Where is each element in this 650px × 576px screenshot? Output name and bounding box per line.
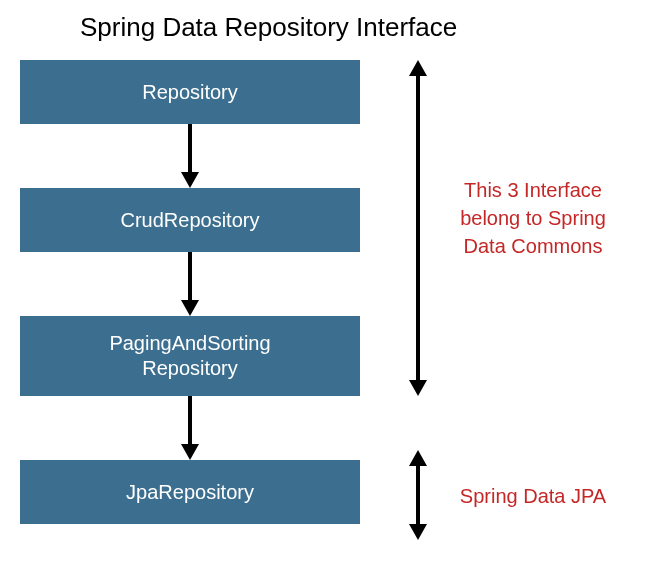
diagram-title: Spring Data Repository Interface: [80, 12, 457, 43]
box-repository: Repository: [20, 60, 360, 124]
annotation-commons: This 3 Interface belong to Spring Data C…: [438, 176, 628, 260]
box-jpa-repository: JpaRepository: [20, 460, 360, 524]
label-line: Repository: [142, 357, 238, 379]
label-line: PagingAndSorting: [109, 332, 270, 354]
arrow-shaft-icon: [188, 396, 192, 444]
box-repository-label: Repository: [142, 80, 238, 105]
annotation-jpa: Spring Data JPA: [438, 482, 628, 510]
arrow-head-down-icon: [409, 524, 427, 540]
annotation-line: belong to Spring: [460, 207, 606, 229]
arrow-head-down-icon: [409, 380, 427, 396]
arrow-head-icon: [181, 300, 199, 316]
diagram-area: Repository CrudRepository PagingAndSorti…: [20, 60, 630, 570]
arrow-shaft-icon: [416, 74, 420, 382]
arrow-shaft-icon: [416, 464, 420, 526]
arrow-shaft-icon: [188, 124, 192, 172]
arrow-head-icon: [181, 444, 199, 460]
annotation-line: This 3 Interface: [464, 179, 602, 201]
arrow-shaft-icon: [188, 252, 192, 300]
arrow-head-icon: [181, 172, 199, 188]
box-jpa-repository-label: JpaRepository: [126, 480, 254, 505]
annotation-line: Data Commons: [464, 235, 603, 257]
box-crud-repository-label: CrudRepository: [121, 208, 260, 233]
box-paging-sorting-repository: PagingAndSorting Repository: [20, 316, 360, 396]
box-crud-repository: CrudRepository: [20, 188, 360, 252]
annotation-line: Spring Data JPA: [460, 485, 606, 507]
box-paging-sorting-repository-label: PagingAndSorting Repository: [109, 331, 270, 381]
